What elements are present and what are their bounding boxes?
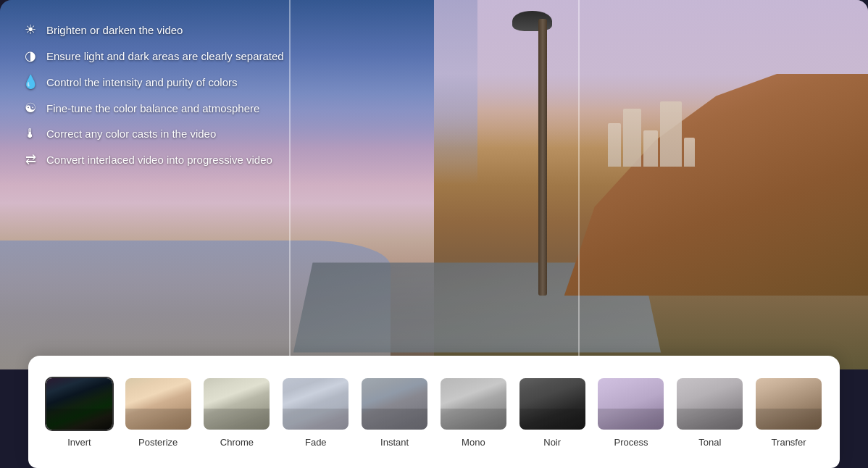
filter-item-invert[interactable]: Invert (43, 377, 116, 448)
filter-thumb-scene-transfer (756, 409, 822, 429)
filter-label-invert: Invert (67, 437, 91, 448)
filter-item-fade[interactable]: Fade (279, 377, 352, 448)
filter-thumb-inner-process (598, 378, 664, 430)
filter-item-posterize[interactable]: Posterize (122, 377, 195, 448)
building-5 (684, 138, 695, 167)
feature-list: ☀Brighten or darken the video◑Ensure lig… (22, 22, 284, 167)
filter-thumb-process (596, 377, 665, 431)
main-container: ☀Brighten or darken the video◑Ensure lig… (0, 0, 868, 468)
filter-label-tonal: Tonal (698, 437, 721, 448)
feature-item-2: 💧Control the intensity and purity of col… (22, 74, 284, 90)
filter-thumb-noir (518, 377, 587, 431)
filter-thumb-scene-instant (362, 409, 427, 429)
filter-item-mono[interactable]: Mono (437, 377, 510, 448)
feature-text-5: Convert interlaced video into progressiv… (46, 154, 272, 166)
filter-label-posterize: Posterize (138, 437, 178, 448)
filter-thumb-inner-tonal (677, 378, 743, 430)
filter-item-noir[interactable]: Noir (516, 377, 589, 448)
divider-line-2 (578, 0, 580, 369)
building-1 (608, 123, 621, 167)
divider-line-1 (289, 0, 291, 369)
filter-thumb-inner-noir (519, 378, 585, 430)
filter-item-tonal[interactable]: Tonal (673, 377, 746, 448)
filter-thumb-transfer (754, 377, 823, 431)
building-2 (623, 109, 641, 167)
filter-thumb-inner-posterize (125, 378, 191, 430)
feature-item-4: 🌡Correct any color casts in the video (22, 126, 284, 141)
filter-thumb-mono (439, 377, 508, 431)
filter-thumb-scene-process (598, 409, 664, 429)
filter-thumb-scene-tonal (677, 409, 743, 429)
filter-label-mono: Mono (462, 437, 485, 448)
filter-thumb-posterize (124, 377, 193, 431)
filter-item-chrome[interactable]: Chrome (201, 377, 274, 448)
filter-thumb-inner-fade (283, 378, 349, 430)
filter-thumb-inner-mono (441, 378, 506, 430)
lamp-post (538, 19, 547, 296)
filter-thumb-fade (281, 377, 350, 431)
feature-text-1: Ensure light and dark areas are clearly … (46, 50, 284, 62)
feature-icon-4: 🌡 (22, 126, 39, 141)
feature-item-5: ⇄Convert interlaced video into progressi… (22, 151, 284, 167)
feature-icon-0: ☀ (22, 22, 39, 38)
filter-thumb-inner-chrome (204, 378, 270, 430)
filter-item-process[interactable]: Process (595, 377, 668, 448)
filter-label-fade: Fade (305, 437, 327, 448)
filter-label-transfer: Transfer (772, 437, 806, 448)
filter-thumb-inner-transfer (756, 378, 822, 430)
feature-icon-2: 💧 (22, 74, 39, 90)
filter-thumb-invert (45, 377, 114, 431)
feature-text-2: Control the intensity and purity of colo… (46, 76, 237, 88)
filter-thumb-instant (360, 377, 429, 431)
feature-text-4: Correct any color casts in the video (46, 128, 216, 140)
feature-text-0: Brighten or darken the video (46, 24, 183, 36)
filter-item-instant[interactable]: Instant (358, 377, 431, 448)
filter-thumb-scene-fade (283, 409, 349, 429)
filter-thumb-chrome (202, 377, 271, 431)
feature-item-1: ◑Ensure light and dark areas are clearly… (22, 48, 284, 64)
filter-thumb-tonal (675, 377, 744, 431)
feature-text-3: Fine-tune the color balance and atmosphe… (46, 102, 259, 114)
filter-item-transfer[interactable]: Transfer (752, 377, 825, 448)
feature-item-0: ☀Brighten or darken the video (22, 22, 284, 38)
filter-thumb-scene-posterize (125, 409, 191, 429)
filter-thumb-scene-mono (441, 409, 506, 429)
filter-label-process: Process (614, 437, 648, 448)
filter-label-chrome: Chrome (220, 437, 254, 448)
image-area: ☀Brighten or darken the video◑Ensure lig… (0, 0, 868, 369)
filter-thumb-inner-instant (362, 378, 427, 430)
filter-bar: InvertPosterizeChromeFadeInstantMonoNoir… (28, 356, 840, 468)
buildings (608, 37, 782, 167)
filter-label-instant: Instant (380, 437, 409, 448)
feature-item-3: ☯Fine-tune the color balance and atmosph… (22, 100, 284, 116)
feature-icon-3: ☯ (22, 100, 39, 116)
building-4 (660, 101, 682, 167)
filter-thumb-scene-chrome (204, 409, 270, 429)
feature-icon-5: ⇄ (22, 151, 39, 167)
filter-thumb-inner-invert (46, 378, 112, 430)
filter-thumb-scene-noir (519, 409, 585, 429)
building-3 (643, 130, 658, 167)
filter-label-noir: Noir (543, 437, 561, 448)
filter-thumb-scene-invert (46, 409, 112, 429)
feature-icon-1: ◑ (22, 48, 39, 64)
